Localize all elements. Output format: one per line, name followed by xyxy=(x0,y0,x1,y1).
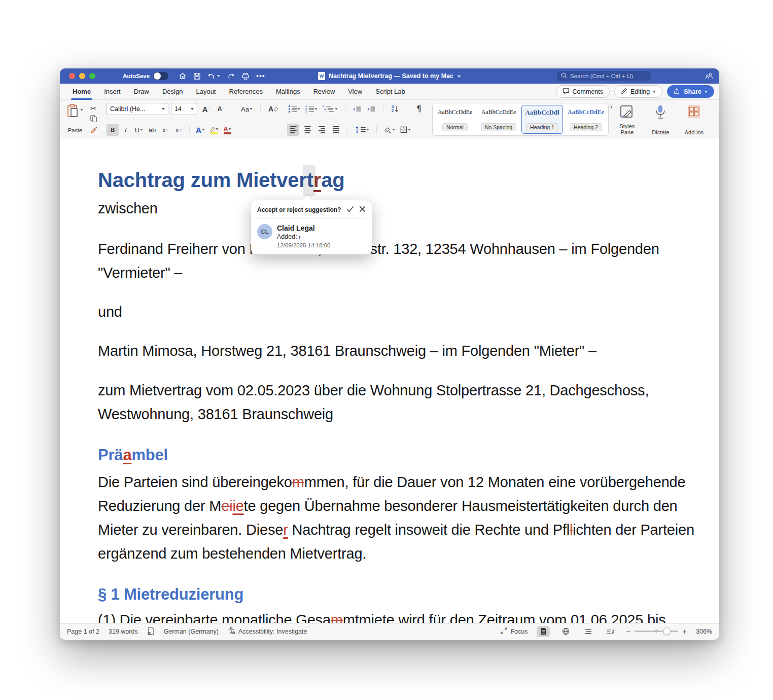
tab-mailings[interactable]: Mailings xyxy=(269,84,307,100)
tab-script-lab[interactable]: Script Lab xyxy=(369,84,412,100)
zoom-percentage[interactable]: 306% xyxy=(696,628,712,635)
highlight-color-button[interactable] xyxy=(207,124,220,136)
minimize-window-button[interactable] xyxy=(79,73,85,79)
font-color-button[interactable]: A xyxy=(221,124,233,136)
document-title[interactable]: Nachtrag Mietvertrag — Saved to my Mac xyxy=(329,72,453,80)
align-right-button[interactable] xyxy=(315,124,328,136)
font-size-select[interactable]: 14 xyxy=(171,103,197,115)
zoom-in-button[interactable]: + xyxy=(682,627,687,636)
numbering-button[interactable]: 123 xyxy=(304,103,319,115)
doc-line: Ferdinand Freiherr von Feuerstein, Muste… xyxy=(98,241,659,257)
web-layout-view-button[interactable] xyxy=(559,626,572,637)
proofing-status-icon[interactable] xyxy=(147,627,155,636)
share-button[interactable]: Share xyxy=(667,85,714,98)
language-indicator[interactable]: German (Germany) xyxy=(164,628,219,635)
tab-design[interactable]: Design xyxy=(156,84,189,100)
page-indicator[interactable]: Page 1 of 2 xyxy=(67,628,99,635)
print-icon[interactable] xyxy=(241,72,250,80)
draft-view-button[interactable] xyxy=(604,626,617,637)
tab-list: HomeInsertDrawDesignLayoutReferencesMail… xyxy=(66,84,412,100)
word-count[interactable]: 319 words xyxy=(109,628,138,635)
tab-view[interactable]: View xyxy=(341,84,369,100)
zoom-out-button[interactable]: − xyxy=(626,627,630,636)
style-normal[interactable]: AaBbCcDdEeNormal xyxy=(434,105,476,134)
subscript-button[interactable]: x2 xyxy=(159,124,171,136)
text-effects-button[interactable]: A xyxy=(194,124,206,136)
grow-font-button[interactable]: Aˆ xyxy=(200,103,212,115)
justify-button[interactable] xyxy=(330,124,342,136)
zoom-slider-knob[interactable] xyxy=(663,628,671,635)
text-segment: Prä xyxy=(98,446,123,464)
accept-suggestion-icon[interactable] xyxy=(346,205,354,214)
search-box[interactable] xyxy=(557,71,651,81)
editing-mode-button[interactable]: Editing xyxy=(614,85,662,98)
change-case-button[interactable]: Aa xyxy=(239,103,254,115)
line-spacing-button[interactable] xyxy=(354,124,371,136)
doc-line: zwischen xyxy=(98,200,158,217)
bold-button[interactable]: B xyxy=(107,124,119,136)
clear-formatting-button[interactable]: A xyxy=(267,103,280,115)
shrink-font-button[interactable]: Aˇ xyxy=(215,103,227,115)
tab-home[interactable]: Home xyxy=(66,84,97,100)
undo-icon[interactable] xyxy=(207,72,220,80)
cut-icon[interactable]: ✂ xyxy=(87,103,99,114)
font-name-select[interactable]: Calibri (He... xyxy=(107,103,168,115)
style-heading-2[interactable]: AaBbCcDdEeHeading 2 xyxy=(565,105,607,134)
redo-icon[interactable] xyxy=(227,72,235,80)
home-icon[interactable] xyxy=(179,72,187,80)
editor-button[interactable]: Editor xyxy=(714,103,719,136)
dictate-button[interactable]: Dictate xyxy=(647,103,674,136)
align-left-button[interactable] xyxy=(287,124,299,136)
borders-button[interactable] xyxy=(399,124,412,136)
underline-button[interactable]: U xyxy=(133,124,145,136)
addins-button[interactable]: Add-ins xyxy=(681,103,707,136)
doc-line: Mieter zu vereinbaren. Dieser Nachtrag r… xyxy=(98,522,694,538)
style-no-spacing[interactable]: AaBbCcDdEeNo Spacing xyxy=(478,105,519,134)
zoom-slider[interactable] xyxy=(635,631,678,632)
autosave-toggle[interactable] xyxy=(153,72,168,80)
tab-references[interactable]: References xyxy=(223,84,269,100)
strikethrough-button[interactable]: ab xyxy=(146,124,158,136)
tab-layout[interactable]: Layout xyxy=(189,84,222,100)
styles-pane-button[interactable]: Styles Pane xyxy=(614,103,640,136)
outline-view-button[interactable] xyxy=(581,626,594,637)
text-segment: zwischen xyxy=(98,200,158,216)
more-commands-icon[interactable]: ••• xyxy=(256,73,265,79)
document-canvas[interactable]: Nachtrag zum MietvertragzwischenFerdinan… xyxy=(60,138,719,623)
italic-button[interactable]: I xyxy=(120,124,132,136)
styles-gallery-next-icon[interactable]: › xyxy=(609,103,614,136)
zoom-window-button[interactable] xyxy=(89,73,95,79)
decrease-indent-button[interactable] xyxy=(351,103,363,115)
format-painter-icon[interactable] xyxy=(87,124,99,134)
focus-label: Focus xyxy=(510,628,528,635)
save-icon[interactable] xyxy=(193,72,201,80)
search-input[interactable] xyxy=(570,73,646,79)
tab-insert[interactable]: Insert xyxy=(97,84,127,100)
comments-button[interactable]: Comments xyxy=(556,85,610,98)
style-sample: AaBbCcDdl xyxy=(525,108,559,117)
superscript-button[interactable]: x2 xyxy=(172,124,185,136)
shading-button[interactable] xyxy=(382,124,397,136)
text-segment: Nachtrag regelt insoweit die Rechte und … xyxy=(288,522,570,538)
undo-dropdown-chevron[interactable] xyxy=(217,75,220,77)
tab-review[interactable]: Review xyxy=(307,84,342,100)
presence-icon[interactable] xyxy=(705,72,713,82)
paste-button[interactable]: Paste xyxy=(65,103,85,134)
tab-draw[interactable]: Draw xyxy=(127,84,156,100)
reject-suggestion-icon[interactable] xyxy=(359,205,366,214)
title-dropdown-chevron[interactable] xyxy=(457,76,461,78)
align-center-button[interactable] xyxy=(301,124,313,136)
bullets-button[interactable] xyxy=(287,103,302,115)
print-layout-view-button[interactable] xyxy=(537,626,550,637)
addins-grid-icon xyxy=(687,104,701,121)
close-window-button[interactable] xyxy=(69,73,75,79)
ribbon: Paste ✂ Calibri (He... 14 Aˆ Aˇ Aa xyxy=(60,100,719,138)
increase-indent-button[interactable] xyxy=(365,103,377,115)
sort-button[interactable]: AZ xyxy=(389,103,401,115)
accessibility-indicator[interactable]: Accessibility: Investigate xyxy=(228,627,307,636)
multilevel-list-button[interactable]: 1ai xyxy=(321,103,339,115)
show-paragraph-marks-button[interactable]: ¶ xyxy=(413,103,425,115)
copy-icon[interactable] xyxy=(87,114,99,124)
style-heading-1[interactable]: AaBbCcDdlHeading 1 xyxy=(521,105,563,134)
focus-mode-button[interactable]: Focus xyxy=(501,628,528,636)
